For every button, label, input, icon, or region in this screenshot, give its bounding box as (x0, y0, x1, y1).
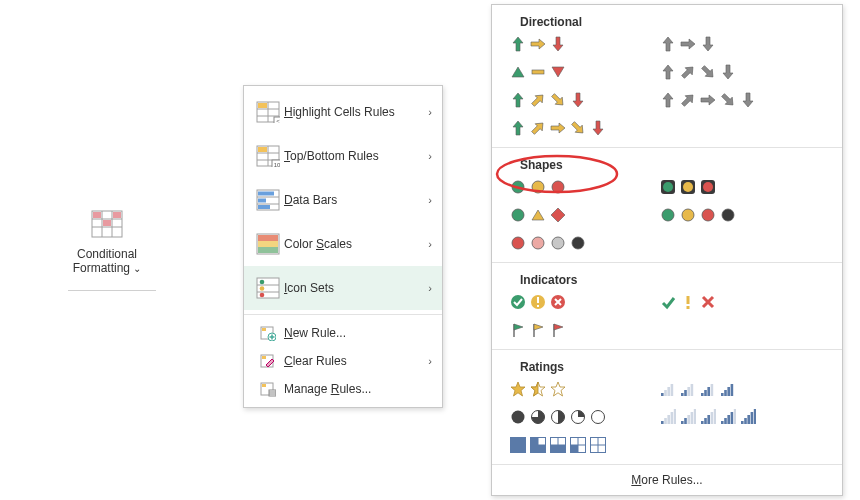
menu-item-label: Clear Rules (282, 354, 428, 368)
manage-rules-icon (254, 381, 282, 397)
section-title: Indicators (506, 265, 832, 291)
svg-rect-94 (531, 445, 538, 452)
svg-rect-144 (734, 409, 736, 424)
svg-point-65 (662, 209, 674, 221)
iconset-symbols3-uncircled[interactable] (656, 291, 720, 313)
iconset-circles4-color[interactable] (656, 204, 740, 226)
svg-rect-149 (754, 409, 756, 424)
iconset-traffic-mixed-3[interactable] (506, 204, 570, 226)
svg-rect-134 (694, 409, 696, 424)
svg-rect-129 (674, 409, 676, 424)
iconset-arrows4-color[interactable] (506, 89, 590, 111)
glyph-icon (680, 207, 696, 223)
section-title: Directional (506, 7, 832, 33)
iconset-stars3[interactable] (506, 378, 570, 400)
glyph-icon (700, 64, 716, 80)
menu-item-top-bottom-rules[interactable]: 10Top/Bottom Rules› (244, 134, 442, 178)
glyph-icon (550, 381, 566, 397)
glyph-icon (550, 64, 566, 80)
glyph-icon (720, 207, 736, 223)
svg-rect-105 (571, 445, 578, 452)
svg-rect-111 (667, 387, 670, 396)
svg-rect-87 (511, 445, 518, 452)
section-title: Shapes (506, 150, 832, 176)
menu-item-highlight-cells-rules[interactable]: <Highlight Cells Rules› (244, 90, 442, 134)
iconset-bars5[interactable] (656, 406, 760, 428)
svg-rect-120 (711, 384, 714, 396)
iconset-arrows3-color[interactable] (506, 33, 570, 55)
section-shapes: Shapes (492, 148, 842, 263)
svg-rect-135 (701, 421, 704, 424)
glyph-icon (700, 294, 716, 310)
more-rules-item[interactable]: More Rules... (492, 465, 842, 491)
svg-point-60 (663, 182, 673, 192)
submenu-arrow-icon: › (428, 355, 432, 367)
iconset-circles4-blackred[interactable] (506, 232, 590, 254)
menu-item-clear-rules[interactable]: Clear Rules› (244, 347, 442, 375)
svg-rect-128 (671, 412, 674, 424)
menu-item-label: New Rule... (282, 326, 432, 340)
svg-rect-46 (262, 384, 266, 387)
iconset-arrows5-gray[interactable] (656, 89, 760, 111)
menu-item-label: Top/Bottom Rules (282, 149, 428, 163)
glyph-icon (680, 92, 696, 108)
svg-rect-101 (558, 445, 565, 452)
svg-point-52 (532, 181, 544, 193)
glyph-icon (680, 409, 696, 425)
glyph-icon (530, 92, 546, 108)
glyph-icon (590, 409, 606, 425)
new-rule-icon (254, 325, 282, 341)
svg-rect-119 (707, 387, 710, 396)
svg-point-62 (683, 182, 693, 192)
menu-item-manage-rules[interactable]: Manage Rules... (244, 375, 442, 403)
conditional-formatting-icon (68, 210, 146, 241)
svg-rect-139 (714, 409, 716, 424)
glyph-icon (510, 64, 526, 80)
menu-item-color-scales[interactable]: Color Scales› (244, 222, 442, 266)
iconset-boxes5[interactable] (506, 434, 610, 456)
glyph-icon (570, 409, 586, 425)
glyph-icon (530, 294, 546, 310)
glyph-icon (590, 120, 606, 136)
menu-item-data-bars[interactable]: Data Bars› (244, 178, 442, 222)
glyph-icon (680, 381, 696, 397)
svg-rect-5 (93, 212, 101, 218)
glyph-icon (510, 294, 526, 310)
glyph-icon (510, 36, 526, 52)
svg-rect-44 (262, 356, 266, 359)
iconset-bars4[interactable] (656, 378, 740, 400)
svg-rect-147 (747, 415, 750, 424)
svg-rect-25 (258, 192, 274, 196)
iconset-traffic3-rimmed[interactable] (656, 176, 720, 198)
iconset-arrows5-color[interactable] (506, 117, 610, 139)
menu-item-label: Data Bars (282, 193, 428, 207)
submenu-arrow-icon: › (428, 282, 432, 294)
glyph-icon (740, 92, 756, 108)
glyph-icon (680, 64, 696, 80)
glyph-icon (550, 120, 566, 136)
glyph-icon (570, 437, 586, 453)
svg-rect-124 (731, 384, 734, 396)
svg-rect-118 (704, 390, 707, 396)
iconset-quarters5[interactable] (506, 406, 610, 428)
svg-rect-121 (721, 393, 724, 396)
glyph-icon (550, 437, 566, 453)
iconset-flags3[interactable] (506, 319, 570, 341)
section-title: Ratings (506, 352, 832, 378)
menu-item-icon-sets[interactable]: Icon Sets› (244, 266, 442, 310)
iconset-symbols3-circled[interactable] (506, 291, 570, 313)
svg-point-37 (260, 293, 265, 298)
svg-rect-138 (711, 412, 714, 424)
svg-rect-90 (518, 438, 525, 445)
glyph-icon (700, 36, 716, 52)
glyph-icon (590, 437, 606, 453)
glyph-icon (720, 64, 736, 80)
iconset-arrows3-gray[interactable] (656, 33, 720, 55)
iconset-traffic3-unrimmed[interactable] (506, 176, 570, 198)
iconset-triangles3-color[interactable] (506, 61, 570, 83)
iconset-arrows4-gray[interactable] (656, 61, 740, 83)
conditional-formatting-button[interactable]: Conditional Formatting ⌄ (68, 210, 146, 291)
menu-item-new-rule[interactable]: New Rule... (244, 319, 442, 347)
menu-item-label: Icon Sets (282, 281, 428, 295)
glyph-icon (530, 36, 546, 52)
